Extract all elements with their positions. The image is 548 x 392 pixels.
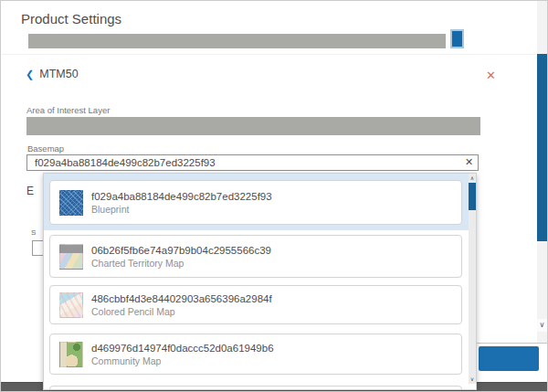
product-selector-handle[interactable] [450,29,464,48]
close-icon[interactable]: ✕ [486,69,496,82]
hidden-extent-label-fragment: E [26,185,34,197]
dropdown-scrollbar-thumb[interactable] [469,183,476,210]
basemap-input[interactable] [26,154,479,171]
basemap-option-charted-territory[interactable]: 06b26f5fb6e74a97b9b04c2955566c39 Charted… [49,235,462,278]
basemap-option-id: 486cbbf4d3e84402903a656396a2984f [91,293,272,304]
basemap-option-name: Charted Territory Map [91,258,271,269]
product-selector-bar[interactable] [28,34,446,48]
back-button[interactable]: ❮ MTM50 [26,68,79,80]
page-scroll-down-icon[interactable]: ∨ [537,319,547,332]
dropdown-scrollbar[interactable]: ∧ ∨ [469,174,476,384]
header-divider [2,54,536,55]
basemap-option-id: d469976d14974f0daccc52d0a61949b6 [91,343,274,354]
page-title: Product Settings [21,11,121,26]
product-settings-dialog: Product Settings ❮ MTM50 ✕ Area of Inter… [0,0,548,392]
basemap-option-id: 06b26f5fb6e74a97b9b04c2955566c39 [91,245,271,256]
blueprint-thumbnail [59,190,83,216]
community-thumbnail [59,342,83,367]
scroll-down-icon[interactable]: ∨ [469,375,476,384]
area-of-interest-label: Area of Interest Layer [26,105,110,115]
basemap-option-id: f029a4ba88184de499c82b7ed3225f93 [91,191,272,202]
content-bottom-border [477,343,547,344]
basemap-option-name: Blueprint [91,204,272,215]
clear-input-icon[interactable]: ✕ [465,156,473,168]
back-label: MTM50 [39,68,78,80]
basemap-option-name: Colored Pencil Map [91,306,272,317]
area-of-interest-input[interactable] [26,117,480,135]
basemap-dropdown-list: f029a4ba88184de499c82b7ed3225f93 Bluepri… [43,173,477,390]
colored-pencil-thumbnail [59,292,83,318]
primary-action-button[interactable] [479,346,539,371]
basemap-option-community[interactable]: d469976d14974f0daccc52d0a61949b6 Communi… [49,334,462,375]
basemap-option-colored-pencil[interactable]: 486cbbf4d3e84402903a656396a2984f Colored… [49,285,462,324]
basemap-option-name: Community Map [91,355,274,366]
back-chevron-icon: ❮ [26,69,34,80]
basemap-label: Basemap [27,143,64,154]
basemap-option-partial[interactable] [49,386,462,390]
charted-territory-thumbnail [59,244,83,270]
hidden-label-fragment: S [31,228,36,237]
page-scrollbar-thumb[interactable] [537,54,547,241]
page-scrollbar[interactable]: ∨ [537,1,547,343]
basemap-option-blueprint[interactable]: f029a4ba88184de499c82b7ed3225f93 Bluepri… [49,180,462,225]
scroll-up-icon[interactable]: ∧ [469,174,476,183]
